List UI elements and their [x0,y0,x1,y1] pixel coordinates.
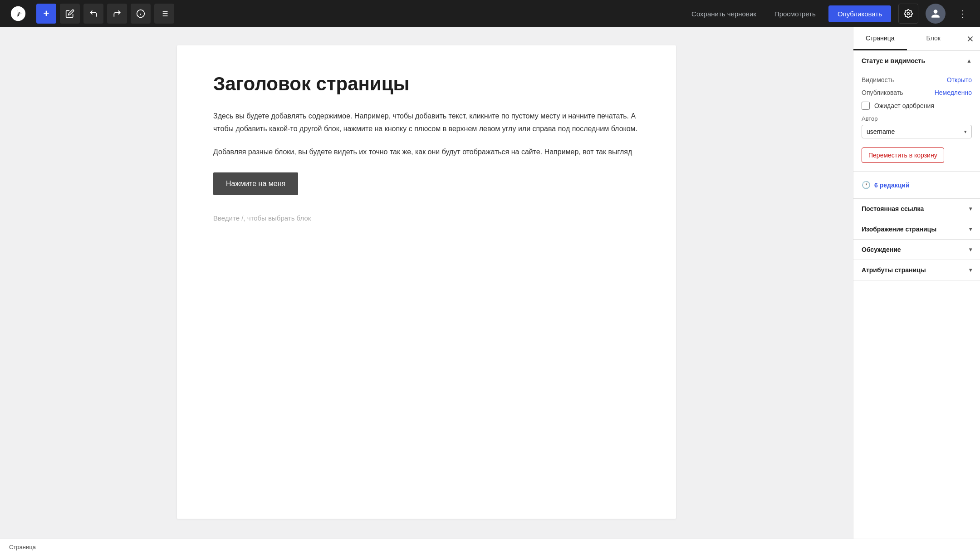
move-to-trash-button[interactable]: Переместить в корзину [862,147,944,163]
wp-logo-icon: W [7,3,29,25]
redo-button[interactable] [107,4,127,24]
revisions-section: 🕐 6 редакций [853,172,980,199]
page-title[interactable]: Заголовок страницы [213,73,640,95]
sidebar: Страница Блок ✕ Статус и видимость ▲ Вид… [853,27,980,555]
visibility-value[interactable]: Открыто [947,76,972,83]
awaiting-approval-label: Ожидает одобрения [874,102,934,109]
cta-block-button[interactable]: Нажмите на меня [213,172,298,195]
revisions-row: 🕐 6 редакций [862,178,910,192]
discussion-section: Обсуждение ▾ [853,240,980,260]
list-view-button[interactable] [154,4,174,24]
publish-button[interactable]: Опубликовать [828,5,891,22]
revisions-count[interactable]: 6 редакций [874,182,910,189]
page-attributes-chevron-icon: ▾ [969,267,972,273]
featured-image-section: Изображение страницы ▾ [853,219,980,240]
permalink-chevron-icon: ▾ [969,206,972,212]
status-bar: Страница [0,539,980,555]
featured-image-header[interactable]: Изображение страницы ▾ [853,219,980,239]
paragraph-2[interactable]: Добавляя разные блоки, вы будете видеть … [213,146,640,158]
preview-button[interactable]: Просмотреть [769,6,821,21]
permalink-header[interactable]: Постоянная ссылка ▾ [853,199,980,219]
sidebar-tabs: Страница Блок ✕ [853,27,980,51]
permalink-section: Постоянная ссылка ▾ [853,199,980,219]
add-block-button[interactable]: + [36,4,56,24]
svg-point-11 [907,13,910,15]
discussion-chevron-icon: ▾ [969,246,972,253]
block-placeholder[interactable]: Введите /, чтобы выбрать блок [213,210,640,226]
save-draft-button[interactable]: Сохранить черновик [686,6,762,21]
visibility-row: Видимость Открыто [862,74,972,86]
user-avatar-button[interactable] [926,4,946,24]
more-options-button[interactable]: ⋮ [953,4,973,24]
author-select[interactable]: username ▾ [862,125,972,138]
info-button[interactable] [131,4,151,24]
toolbar-right: Сохранить черновик Просмотреть Опубликов… [686,4,973,24]
toolbar: W + [0,0,980,27]
page-attributes-section: Атрибуты страницы ▾ [853,260,980,280]
revisions-header[interactable]: 🕐 6 редакций [853,172,980,198]
svg-text:W: W [15,9,22,18]
author-dropdown-icon: ▾ [964,129,967,135]
paragraph-1[interactable]: Здесь вы будете добавлять содержимое. На… [213,110,640,134]
sidebar-close-button[interactable]: ✕ [960,29,980,49]
undo-button[interactable] [83,4,103,24]
publish-row: Опубликовать Немедленно [862,86,972,99]
author-value: username [867,128,961,135]
editor-area: Заголовок страницы Здесь вы будете добав… [0,27,853,555]
chevron-up-icon: ▲ [966,58,972,64]
main-layout: Заголовок страницы Здесь вы будете добав… [0,27,980,555]
publish-value[interactable]: Немедленно [935,89,972,96]
visibility-label: Видимость [862,76,894,83]
author-label: Автор [862,115,972,122]
settings-button[interactable] [898,4,918,24]
page-attributes-header[interactable]: Атрибуты страницы ▾ [853,260,980,280]
status-visibility-header[interactable]: Статус и видимость ▲ [853,51,980,71]
featured-image-chevron-icon: ▾ [969,226,972,232]
awaiting-approval-checkbox[interactable] [862,102,870,110]
status-visibility-body: Видимость Открыто Опубликовать Немедленн… [853,71,980,171]
status-bar-label: Страница [9,544,36,550]
tab-block[interactable]: Блок [907,27,960,50]
status-visibility-section: Статус и видимость ▲ Видимость Открыто О… [853,51,980,172]
edit-tool-button[interactable] [60,4,80,24]
clock-icon: 🕐 [862,181,871,189]
publish-label: Опубликовать [862,89,903,96]
editor-content: Заголовок страницы Здесь вы будете добав… [177,45,676,519]
author-row: Автор username ▾ [862,113,972,143]
tab-page[interactable]: Страница [853,27,907,50]
awaiting-approval-row: Ожидает одобрения [862,99,972,113]
discussion-header[interactable]: Обсуждение ▾ [853,240,980,260]
